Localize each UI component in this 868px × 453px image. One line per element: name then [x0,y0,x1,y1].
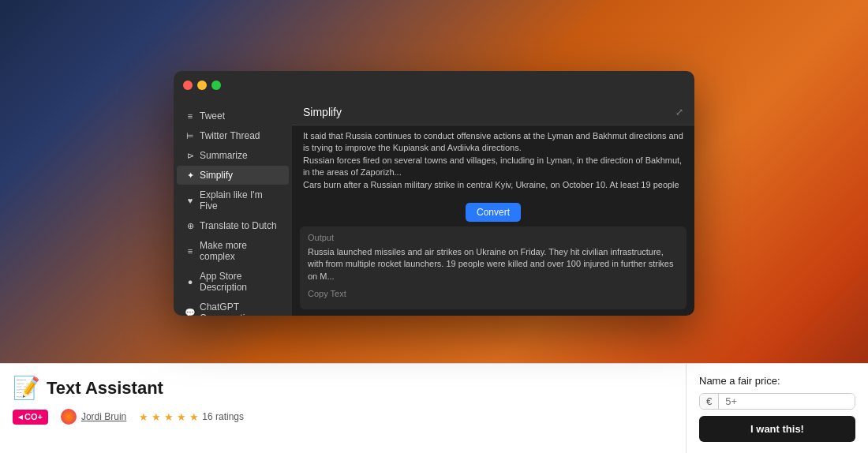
star-4: ★ [177,411,186,423]
input-text-2: Russian forces fired on several towns an… [303,155,682,177]
sidebar-label-chatgpt: ChatGPT Conversation [200,301,281,316]
stars-row: ★ ★ ★ ★ ★ 16 ratings [139,411,244,423]
sidebar-item-app-store[interactable]: ● App Store Description [177,267,289,297]
author-name[interactable]: Jordi Bruin [81,411,126,422]
sidebar-label-summarize: Summarize [200,150,281,161]
sidebar-label-twitter-thread: Twitter Thread [200,130,281,141]
traffic-lights [183,80,221,90]
content-header: Simplify ⤢ [292,99,694,125]
author-avatar [61,409,77,425]
output-text: Russia launched missiles and air strikes… [308,246,679,283]
currency-symbol: € [700,393,719,410]
sidebar-label-explain: Explain like I'm Five [200,189,281,212]
complex-icon: ≡ [185,246,196,256]
product-meta-row: ◂ CO+ Jordi Bruin ★ ★ ★ ★ ★ 16 ratings [13,409,673,425]
sidebar: ≡ Tweet ⊨ Twitter Thread ⊳ Summarize ✦ S… [174,99,292,316]
price-input[interactable] [719,393,855,410]
app-window: ≡ Tweet ⊨ Twitter Thread ⊳ Summarize ✦ S… [174,71,694,316]
product-title: Text Assistant [47,378,163,399]
content-title: Simplify [303,106,342,118]
want-button[interactable]: I want this! [699,416,855,442]
price-input-row: € [699,393,855,410]
star-3: ★ [164,411,174,423]
sidebar-label-tweet: Tweet [200,110,281,122]
tweet-icon: ≡ [185,111,196,121]
sidebar-item-twitter-thread[interactable]: ⊨ Twitter Thread [177,126,289,145]
sidebar-item-simplify[interactable]: ✦ Simplify [177,166,289,185]
co-badge: ◂ CO+ [13,410,48,425]
app-store-icon: ● [185,277,196,286]
input-text-1: It said that Russia continues to conduct… [303,131,683,152]
ratings-count: 16 ratings [202,411,244,422]
output-area: Output Russia launched missiles and air … [300,226,687,309]
product-right: Name a fair price: € I want this! [687,364,868,453]
app-body: ≡ Tweet ⊨ Twitter Thread ⊳ Summarize ✦ S… [174,99,694,316]
co-badge-text: CO+ [24,412,43,421]
star-2: ★ [152,411,161,423]
input-text-3: Cars burn after a Russian military strik… [303,180,681,193]
title-bar [174,71,694,99]
input-text: It said that Russia continues to conduct… [303,130,683,193]
twitter-thread-icon: ⊨ [185,131,196,141]
product-title-row: 📝 Text Assistant [13,375,673,401]
product-section: 📝 Text Assistant ◂ CO+ Jordi Bruin ★ ★ ★… [0,363,868,453]
main-content: Simplify ⤢ It said that Russia continues… [292,99,694,316]
translate-icon: ⊕ [185,221,196,231]
product-left: 📝 Text Assistant ◂ CO+ Jordi Bruin ★ ★ ★… [0,364,687,453]
explain-icon: ♥ [185,196,196,205]
co-badge-arrow: ◂ [18,412,23,422]
expand-icon[interactable]: ⤢ [675,107,683,118]
close-button[interactable] [183,80,193,90]
minimize-button[interactable] [197,80,207,90]
sidebar-item-tweet[interactable]: ≡ Tweet [177,107,289,125]
sidebar-label-simplify: Simplify [200,170,281,181]
copy-text-button[interactable]: Copy Text [308,286,346,301]
sidebar-label-complex: Make more complex [200,240,281,262]
star-5-half: ★ [189,411,199,423]
output-label: Output [308,233,679,242]
chatgpt-icon: 💬 [185,308,196,316]
sidebar-item-translate-dutch[interactable]: ⊕ Translate to Dutch [177,216,289,235]
star-1: ★ [139,411,148,423]
summarize-icon: ⊳ [185,151,196,161]
sidebar-label-app-store: App Store Description [200,271,281,293]
product-emoji: 📝 [13,375,40,401]
sidebar-item-explain-five[interactable]: ♥ Explain like I'm Five [177,185,289,215]
sidebar-item-summarize[interactable]: ⊳ Summarize [177,146,289,165]
convert-button[interactable]: Convert [466,203,521,222]
input-area: It said that Russia continues to conduct… [292,125,694,198]
sidebar-label-translate: Translate to Dutch [200,220,281,231]
sidebar-item-make-complex[interactable]: ≡ Make more complex [177,236,289,266]
maximize-button[interactable] [211,80,221,90]
price-label: Name a fair price: [699,375,855,387]
author-row: Jordi Bruin [61,409,126,425]
sidebar-item-chatgpt[interactable]: 💬 ChatGPT Conversation [177,298,289,316]
simplify-icon: ✦ [185,170,196,181]
app-container: ≡ Tweet ⊨ Twitter Thread ⊳ Summarize ✦ S… [0,0,868,363]
